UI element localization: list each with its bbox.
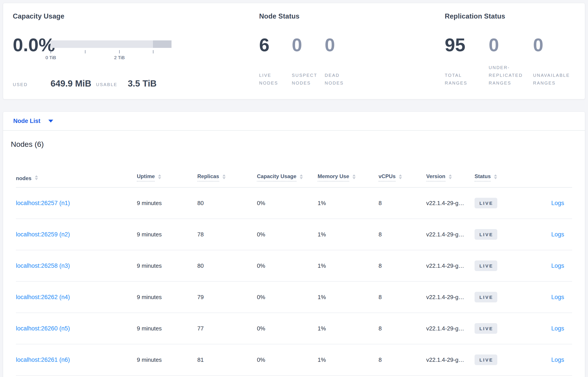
uptime-cell: 9 minutes — [137, 262, 197, 269]
live-nodes-label: LIVE NODES — [259, 71, 292, 87]
replicas-cell: 78 — [197, 231, 257, 238]
uptime-cell: 9 minutes — [137, 325, 197, 332]
axis-tick-label: 0 TiB — [46, 55, 56, 60]
nodes-table-section: Nodes (6) nodes Uptime Replicas — [3, 131, 585, 377]
vcpus-cell: 8 — [378, 356, 426, 363]
status-badge: LIVE — [475, 354, 497, 365]
total-ranges-label: TOTAL RANGES — [445, 71, 489, 87]
column-header-capacity-usage[interactable]: Capacity Usage — [257, 173, 318, 181]
table-header-row: nodes Uptime Replicas Capacity Usage — [16, 149, 572, 188]
under-replicated-ranges-label: UNDER- REPLICATED RANGES — [489, 64, 533, 87]
suspect-nodes-count: 0 — [292, 35, 325, 54]
logs-link[interactable]: Logs — [551, 231, 564, 238]
sort-icon — [353, 174, 356, 179]
suspect-nodes-label: SUSPECT NODES — [292, 71, 325, 87]
capacity-bar-axis: 0 TiB 2 TiB — [50, 48, 172, 62]
replicas-cell: 81 — [197, 356, 257, 363]
column-header-replicas[interactable]: Replicas — [197, 173, 257, 181]
used-label: USED — [13, 82, 28, 87]
logs-link[interactable]: Logs — [551, 325, 564, 332]
usable-value: 3.5 TiB — [128, 79, 156, 88]
uptime-cell: 9 minutes — [137, 200, 197, 207]
capacity-usage-title: Capacity Usage — [13, 12, 176, 20]
sort-icon — [223, 174, 225, 179]
replicas-cell: 77 — [197, 325, 257, 332]
view-selector-dropdown[interactable]: Node List — [13, 118, 53, 125]
sort-icon — [35, 175, 38, 180]
replicas-cell: 79 — [197, 294, 257, 301]
column-header-nodes[interactable]: nodes — [16, 175, 137, 181]
view-selector-label: Node List — [13, 118, 40, 125]
capacity-bar-track — [50, 40, 172, 48]
cluster-overview-page: Capacity Usage 0.0% 0 TiB 2 TiB USED 649… — [0, 0, 588, 377]
memory-cell: 1% — [318, 200, 378, 207]
unavailable-ranges-label: UNAVAILABLE RANGES — [533, 71, 570, 87]
table-row: localhost:26261 (n6) 9 minutes 81 0% 1% … — [16, 344, 572, 376]
node-link[interactable]: localhost:26262 (n4) — [16, 294, 70, 300]
node-status-title: Node Status — [259, 12, 418, 20]
table-row: localhost:26257 (n1) 9 minutes 80 0% 1% … — [16, 188, 572, 219]
node-list-card: Node List Nodes (6) nodes Uptime — [3, 111, 585, 377]
sort-icon — [449, 174, 452, 179]
logs-link[interactable]: Logs — [551, 356, 564, 363]
uptime-cell: 9 minutes — [137, 356, 197, 363]
dead-nodes-label: DEAD NODES — [325, 71, 344, 87]
unavailable-ranges-count: 0 — [533, 35, 543, 54]
column-header-version[interactable]: Version — [426, 173, 475, 181]
column-header-status[interactable]: Status — [475, 173, 523, 181]
version-cell: v22.1.4-29-g… — [426, 294, 475, 301]
vcpus-cell: 8 — [378, 200, 426, 207]
axis-tick — [50, 50, 51, 53]
replicas-cell: 80 — [197, 262, 257, 269]
dead-nodes-count: 0 — [325, 35, 335, 54]
memory-cell: 1% — [318, 356, 378, 363]
capacity-used-percent: 0.0% — [13, 35, 55, 54]
node-link[interactable]: localhost:26258 (n3) — [16, 262, 70, 269]
nodes-table-title: Nodes (6) — [11, 139, 577, 149]
node-link[interactable]: localhost:26257 (n1) — [16, 200, 70, 206]
axis-tick — [85, 50, 85, 53]
sort-icon — [494, 174, 497, 179]
status-badge: LIVE — [475, 323, 497, 334]
table-row: localhost:26259 (n2) 9 minutes 78 0% 1% … — [16, 219, 572, 250]
axis-tick — [153, 50, 153, 53]
memory-cell: 1% — [318, 294, 378, 301]
table-row: localhost:26260 (n5) 9 minutes 77 0% 1% … — [16, 313, 572, 344]
capacity-usage-section: Capacity Usage 0.0% 0 TiB 2 TiB USED 649… — [13, 12, 176, 88]
chevron-down-icon — [48, 120, 53, 122]
node-link[interactable]: localhost:26261 (n6) — [16, 356, 70, 363]
version-cell: v22.1.4-29-g… — [426, 200, 475, 207]
vcpus-cell: 8 — [378, 325, 426, 332]
version-cell: v22.1.4-29-g… — [426, 231, 475, 238]
node-link[interactable]: localhost:26259 (n2) — [16, 231, 70, 238]
column-header-memory-use[interactable]: Memory Use — [318, 173, 378, 181]
status-badge: LIVE — [475, 260, 497, 271]
capacity-cell: 0% — [257, 231, 318, 238]
status-badge: LIVE — [475, 229, 497, 240]
vcpus-cell: 8 — [378, 262, 426, 269]
axis-tick — [119, 50, 120, 53]
node-link[interactable]: localhost:26260 (n5) — [16, 325, 70, 332]
node-status-section: Node Status 6 0 0 LIVE NODES SUSPECT NOD… — [259, 12, 418, 88]
replication-numbers: 95 0 0 — [445, 35, 543, 54]
column-header-vcpus[interactable]: vCPUs — [378, 173, 426, 181]
sort-icon — [399, 174, 402, 179]
live-nodes-count: 6 — [259, 35, 292, 54]
table-row: localhost:26262 (n4) 9 minutes 79 0% 1% … — [16, 282, 572, 313]
column-header-uptime[interactable]: Uptime — [137, 173, 197, 181]
status-badge: LIVE — [475, 198, 497, 208]
cluster-summary-card: Capacity Usage 0.0% 0 TiB 2 TiB USED 649… — [3, 3, 585, 99]
usable-label: USABLE — [96, 82, 118, 87]
memory-cell: 1% — [318, 262, 378, 269]
logs-link[interactable]: Logs — [551, 262, 564, 269]
vcpus-cell: 8 — [378, 231, 426, 238]
logs-link[interactable]: Logs — [551, 294, 564, 300]
status-badge: LIVE — [475, 292, 497, 302]
node-status-labels: LIVE NODES SUSPECT NODES DEAD NODES — [259, 71, 344, 87]
logs-link[interactable]: Logs — [551, 200, 564, 206]
version-cell: v22.1.4-29-g… — [426, 262, 475, 269]
memory-cell: 1% — [318, 325, 378, 332]
node-status-numbers: 6 0 0 — [259, 35, 335, 54]
capacity-bar-reserved-segment — [153, 40, 172, 48]
capacity-usage-footer: USED 649.9 MiB USABLE 3.5 TiB — [13, 77, 176, 88]
